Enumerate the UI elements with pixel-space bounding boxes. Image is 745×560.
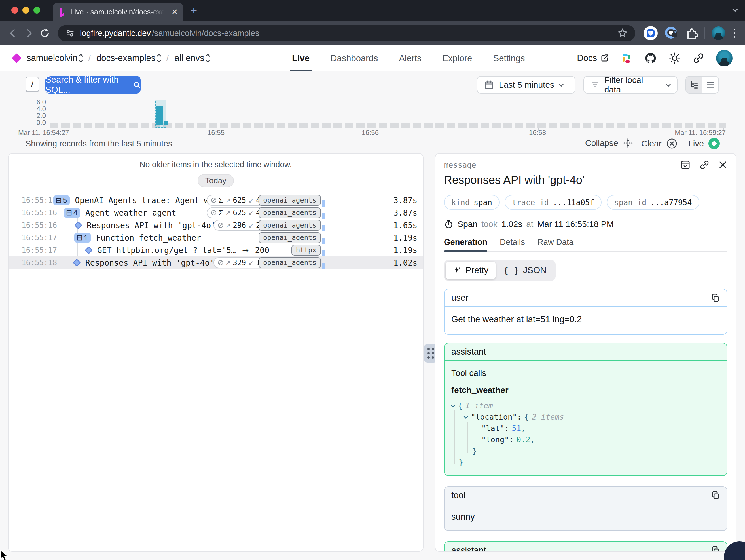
minimize-window-button[interactable] [22,7,29,13]
collapse-box-icon: ⊟ [76,234,83,241]
y-axis-line [49,101,49,126]
row-timestamp: 16:55:17 [8,234,52,242]
scope-tag: openai_agents [259,257,321,268]
browser-profile-avatar[interactable] [712,26,725,40]
bitwarden-extension-icon[interactable] [643,26,658,40]
json-collapse-chevron-icon[interactable] [464,414,468,419]
tab-dashboards[interactable]: Dashboards [330,45,378,71]
tab-search-chevron-icon[interactable] [732,7,739,13]
tab-raw-data[interactable]: Raw Data [538,238,574,251]
tree-view-toggle[interactable] [686,76,702,93]
tab-alerts[interactable]: Alerts [399,45,421,71]
breadcrumb-org[interactable]: samuelcolvin [27,53,83,63]
filter-local-data-dropdown[interactable]: Filter local data [583,76,678,94]
span-duration-summary: Span took 1.02s at Mar 11 16:55:18 PM [444,219,727,229]
json-collapse-chevron-icon[interactable] [451,403,455,407]
browser-tab[interactable]: Live · samuelcolvin/docs-exa ✕ [53,3,183,21]
breadcrumb-env[interactable]: all envs [174,53,209,63]
trace-row[interactable]: 16:55:16 ⊟5 OpenAI Agents trace: Agent w… [8,194,423,207]
chart-bar[interactable] [157,106,163,125]
trace-row[interactable]: 16:55:17 ⊟1 Function fetch_weather opena… [8,231,423,244]
selector-chevrons-icon [157,55,161,62]
docs-link[interactable]: Docs [577,53,609,63]
external-link-icon [601,54,609,62]
tokens-icon [211,210,216,215]
github-icon[interactable] [644,52,657,65]
trace-row-selected[interactable]: 16:55:18 Responses API with 'gpt-4o' ↗32… [8,256,423,269]
forward-button[interactable] [23,28,36,39]
copy-icon[interactable] [711,293,720,303]
theme-toggle-sun-icon[interactable] [669,52,681,64]
collapse-button[interactable]: Collapse [585,138,633,148]
new-tab-button[interactable]: + [191,6,197,15]
copy-link-icon[interactable] [692,52,705,64]
x-tick-label: 16:55 [207,129,225,137]
copy-link-icon[interactable] [699,159,710,170]
json-float-value: 0.2 [517,435,530,444]
json-toggle[interactable]: { } JSON [496,261,554,279]
back-button[interactable] [7,28,21,39]
toolbar-divider [705,27,705,39]
empty-window-notice: No older items in the selected time wind… [8,160,423,169]
span-diamond-icon [73,259,81,267]
reload-button[interactable] [39,28,52,39]
span-id-pill[interactable]: span_id...a77954 [607,195,699,210]
archive-select-icon[interactable] [680,160,690,170]
clear-circle-x-icon [666,138,678,149]
collapse-count-badge[interactable]: ⊟1 [74,233,91,243]
showing-records-text: Showing records from the last 5 minutes [26,139,172,148]
row-duration: 1.65s [388,221,417,230]
tab-details[interactable]: Details [500,238,525,251]
today-pill[interactable]: Today [198,174,234,187]
span-name: Agent weather agent [85,208,176,218]
window-controls[interactable] [11,7,40,13]
tab-generation[interactable]: Generation [444,238,487,251]
tool-name: fetch_weather [451,385,720,395]
tab-settings[interactable]: Settings [493,45,525,71]
password-manager-extension-icon[interactable] [664,26,679,40]
pretty-toggle[interactable]: Pretty [446,261,496,279]
clear-button[interactable]: Clear [641,138,678,149]
trace-row[interactable]: 16:55:17 GET httpbin.org/get ? lat='51.0… [8,244,423,256]
copy-icon[interactable] [711,546,720,552]
scope-tag: openai_agents [259,220,321,231]
input-tokens-arrow-icon: ↗ [225,197,230,204]
trace-id-pill[interactable]: trace_id...11a05f [505,195,602,210]
user-avatar[interactable] [716,50,733,66]
site-info-icon[interactable] [65,28,75,38]
collapse-count-badge[interactable]: ⊟5 [53,195,70,205]
search-button[interactable]: Search & filter with SQL... [45,76,140,94]
live-button[interactable]: Live [688,138,720,149]
status-row: Showing records from the last 5 minutes … [0,137,745,151]
breadcrumb-project[interactable]: docs-examples [96,53,160,63]
browser-menu-icon[interactable] [732,28,738,39]
tab-close-icon[interactable]: ✕ [171,7,178,17]
list-view-toggle[interactable] [702,76,718,93]
collapse-count-badge[interactable]: ⊟4 [64,208,80,218]
close-window-button[interactable] [11,7,18,13]
maximize-window-button[interactable] [33,7,40,13]
tab-live[interactable]: Live [292,45,310,71]
copy-icon[interactable] [711,491,720,500]
message-card-assistant-tool-call: assistant Tool calls fetch_weather {1 it… [444,343,727,476]
bookmark-star-icon[interactable] [617,28,628,39]
url-bar[interactable]: logfire.pydantic.dev/samuelcolvin/docs-e… [58,25,635,41]
scope-tag: openai_agents [259,195,321,206]
tab-explore[interactable]: Explore [442,45,472,71]
chart-bar[interactable] [164,121,168,125]
time-range-dropdown[interactable]: Last 5 minutes [477,76,576,94]
tokens-icon [218,223,223,228]
span-diamond-icon [74,221,82,229]
y-tick: 0.0 [29,119,46,127]
trace-row[interactable]: 16:55:16 ⊟4 Agent weather agent Σ↗625↙40… [8,207,423,219]
timeline-chart[interactable]: 6.0 4.0 2.0 0.0 Mar 11. 16:54:27 16:55 1… [0,100,745,134]
span-id-pills: kindspan trace_id...11a05f span_id...a77… [444,195,727,210]
tool-calls-label: Tool calls [451,368,720,378]
slash-shortcut-key[interactable]: / [26,76,39,92]
trace-row[interactable]: 16:55:16 Responses API with 'gpt-4o' ↗29… [8,219,423,231]
message-body: Get the weather at lat=51 lng=0.2 [451,314,582,324]
extensions-puzzle-icon[interactable] [685,27,698,40]
close-icon[interactable] [718,160,727,169]
slack-icon[interactable] [620,52,633,64]
card-role: assistant [451,545,486,552]
